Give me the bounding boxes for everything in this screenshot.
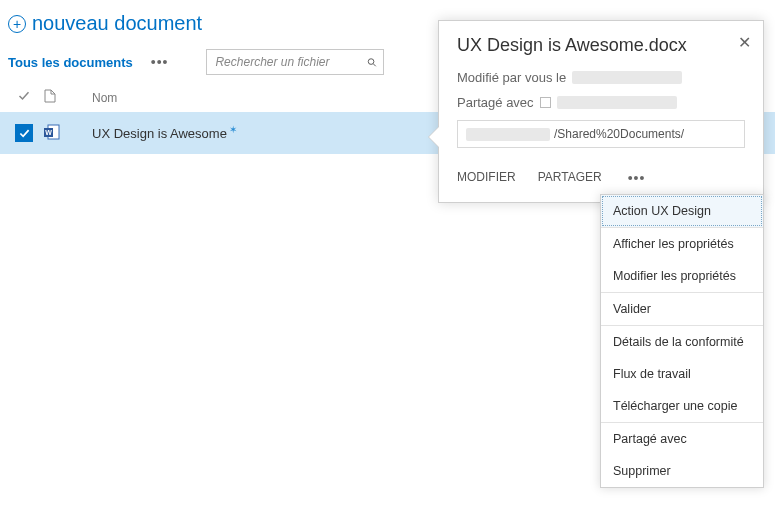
menu-item-compliance[interactable]: Détails de la conformité: [601, 326, 763, 358]
file-name: UX Design is Awesome: [92, 127, 227, 142]
search-icon[interactable]: [367, 56, 377, 69]
row-type-cell: W: [40, 124, 92, 143]
menu-item-workflows[interactable]: Flux de travail: [601, 358, 763, 390]
plus-circle-icon: +: [8, 15, 26, 33]
menu-item-download[interactable]: Télécharger une copie: [601, 390, 763, 422]
shared-checkbox-icon: [540, 97, 551, 108]
current-view-link[interactable]: Tous les documents: [8, 55, 133, 70]
header-check-col[interactable]: [8, 90, 40, 105]
modified-value-redacted: [572, 71, 682, 84]
url-host-redacted: [466, 128, 550, 141]
svg-text:W: W: [45, 129, 52, 136]
menu-item-checkin[interactable]: Valider: [601, 293, 763, 325]
menu-item-shared-with[interactable]: Partagé avec: [601, 423, 763, 455]
callout-title: UX Design is Awesome.docx: [457, 35, 745, 56]
menu-item-delete[interactable]: Supprimer: [601, 455, 763, 487]
shared-line: Partagé avec: [457, 95, 745, 110]
shared-value-redacted: [557, 96, 677, 109]
new-document-label: nouveau document: [32, 12, 202, 35]
svg-line-1: [374, 63, 377, 66]
item-url-field[interactable]: /Shared%20Documents/: [457, 120, 745, 148]
close-icon[interactable]: ✕: [738, 33, 751, 52]
row-select-cell[interactable]: [8, 122, 40, 144]
check-icon: [18, 90, 30, 102]
url-suffix: /Shared%20Documents/: [554, 127, 684, 141]
callout-beak: [429, 127, 439, 147]
item-callout: ✕ UX Design is Awesome.docx Modifié par …: [438, 20, 764, 203]
new-indicator-icon: ✶: [229, 124, 237, 135]
search-box[interactable]: [206, 49, 384, 75]
modified-line: Modifié par vous le: [457, 70, 745, 85]
share-action[interactable]: PARTAGER: [538, 170, 602, 186]
view-more-icon[interactable]: •••: [151, 54, 169, 70]
menu-item-custom-action[interactable]: Action UX Design: [601, 195, 763, 227]
callout-actions: MODIFIER PARTAGER •••: [457, 170, 745, 186]
shared-label: Partagé avec: [457, 95, 534, 110]
context-menu: Action UX Design Afficher les propriétés…: [600, 194, 764, 488]
svg-point-0: [369, 58, 375, 64]
menu-item-edit-props[interactable]: Modifier les propriétés: [601, 260, 763, 292]
checkmark-icon: [15, 124, 33, 142]
file-icon: [44, 89, 56, 103]
search-input[interactable]: [213, 54, 367, 70]
header-type-col[interactable]: [40, 89, 92, 106]
modified-label: Modifié par vous le: [457, 70, 566, 85]
edit-action[interactable]: MODIFIER: [457, 170, 516, 186]
callout-more-icon[interactable]: •••: [628, 170, 646, 186]
menu-item-view-props[interactable]: Afficher les propriétés: [601, 228, 763, 260]
word-document-icon: W: [44, 124, 60, 140]
